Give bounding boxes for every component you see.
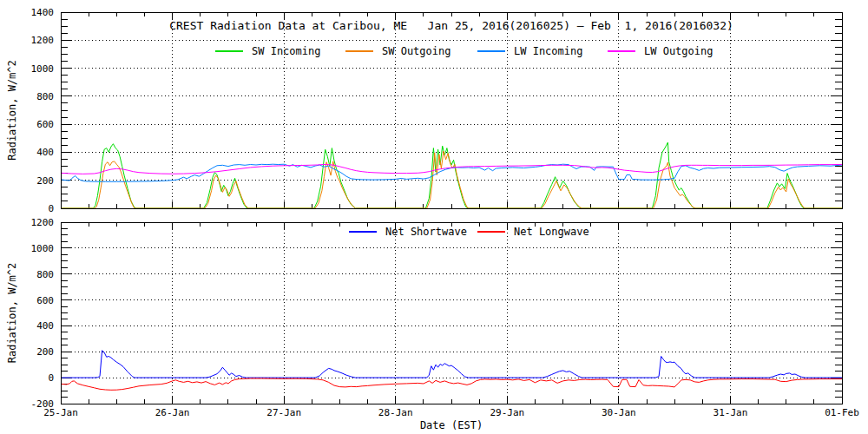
series-net-shortwave — [61, 351, 842, 378]
legend-item-net-longwave: Net Longwave — [477, 226, 589, 238]
x-tick-label: 28-Jan — [378, 407, 413, 418]
radiation-components-panel: 0200400600800100012001400 — [31, 7, 843, 214]
x-tick-label: 27-Jan — [266, 407, 301, 418]
lw-outgoing-line-swatch — [608, 50, 635, 52]
y-tick-label: 0 — [48, 203, 54, 214]
y-tick-label: 1200 — [31, 35, 55, 46]
legend-item-sw-outgoing: SW Outgoing — [345, 45, 450, 57]
y-tick-label: 600 — [36, 119, 54, 130]
y-tick-label: 400 — [36, 147, 54, 158]
net-shortwave-line-swatch — [349, 231, 377, 233]
legend-item-lw-outgoing: LW Outgoing — [608, 45, 713, 57]
y-tick-label: 600 — [36, 295, 54, 306]
y-tick-label: 1200 — [31, 217, 55, 228]
y-tick-label: 400 — [36, 320, 54, 332]
y-tick-label: 800 — [36, 91, 54, 102]
sw-incoming-line-swatch — [215, 50, 243, 52]
x-tick-label: 29-Jan — [490, 407, 524, 418]
lw-incoming-line-swatch — [477, 50, 505, 52]
x-tick-label: 30-Jan — [602, 407, 636, 418]
x-tick-label: 01-Feb — [825, 407, 859, 418]
y-tick-label: 200 — [36, 346, 54, 358]
net-radiation-panel: -20002004006008001000120025-Jan26-Jan27-… — [31, 217, 859, 418]
x-tick-label: 25-Jan — [43, 407, 78, 418]
bottom-y-axis-title: Radiation, W/m^2 — [5, 222, 19, 404]
y-tick-label: 800 — [36, 269, 54, 280]
net-radiation-gridlines — [61, 222, 842, 404]
chart-title: CREST Radiation Data at Caribou, ME Jan … — [61, 19, 842, 32]
series-net-longwave — [61, 378, 842, 390]
sw-outgoing-line-swatch — [345, 50, 373, 52]
legend-label-net-longwave: Net Longwave — [514, 226, 589, 238]
net-radiation-ticks — [61, 222, 842, 404]
legend-label-net-shortwave: Net Shortwave — [385, 226, 467, 238]
radiation-components-frame — [61, 12, 842, 208]
legend-label-lw-outgoing: LW Outgoing — [644, 45, 713, 57]
legend-label-sw-outgoing: SW Outgoing — [382, 45, 450, 57]
chart-canvas: 0200400600800100012001400-20002004006008… — [0, 0, 868, 434]
net-longwave-line-swatch — [477, 231, 505, 233]
x-tick-label: 26-Jan — [155, 407, 190, 418]
legend-label-lw-incoming: LW Incoming — [514, 45, 582, 57]
radiation-components-ticks — [61, 12, 842, 208]
y-tick-label: 1400 — [31, 7, 55, 18]
net-radiation-frame — [61, 222, 842, 404]
legend-label-sw-incoming: SW Incoming — [252, 45, 320, 57]
radiation-figure: 0200400600800100012001400-20002004006008… — [0, 0, 868, 434]
x-tick-label: 31-Jan — [713, 407, 748, 418]
legend-item-lw-incoming: LW Incoming — [477, 45, 582, 57]
radiation-components-gridlines — [61, 12, 842, 208]
y-tick-label: 1000 — [31, 63, 55, 75]
legend-item-net-shortwave: Net Shortwave — [349, 226, 467, 238]
y-tick-label: 200 — [36, 175, 54, 187]
top-y-axis-title: Radiation, W/m^2 — [5, 12, 19, 208]
y-tick-label: 1000 — [31, 243, 55, 254]
legend-item-sw-incoming: SW Incoming — [215, 45, 320, 57]
y-tick-label: 0 — [48, 372, 54, 384]
x-axis-title: Date (EST) — [61, 419, 842, 431]
